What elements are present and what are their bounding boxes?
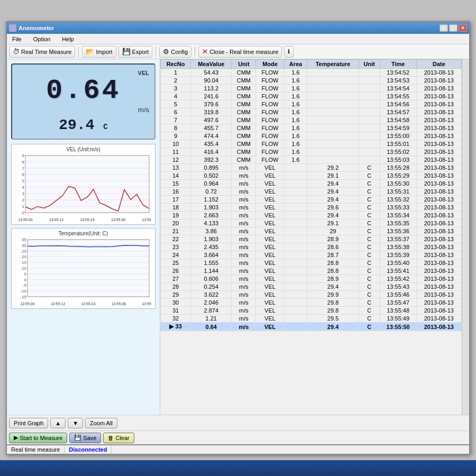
table-row[interactable]: 280.254m/sVEL29.4C13:55:432013-08-13 [161,283,462,291]
table-row[interactable]: 7497.6CMMFLOW1.613:54:582013-08-13 [161,116,462,124]
table-row[interactable]: 5379.6CMMFLOW1.613:54:562013-08-13 [161,100,462,108]
export-icon: 💾 [122,48,131,56]
taskbar [0,460,476,476]
import-label: Import [96,49,112,55]
temp-chart-container: Temperature(Unit: C) [11,228,155,309]
scroll-down-button[interactable]: ▼ [68,418,83,428]
table-row[interactable]: 243.664m/sVEL28.7C13:55:392013-08-13 [161,251,462,259]
table-row[interactable]: 221.903m/sVEL28.9C13:55:372013-08-13 [161,235,462,243]
bottom-controls: ▶ Start to Measure 💾 Save 🗑 Clear [7,431,469,444]
export-label: Export [132,49,149,55]
title-bar-buttons: − □ ✕ [440,24,467,32]
temp-unit: C [103,123,107,131]
minimize-button[interactable]: − [440,24,448,32]
scroll-up-button[interactable]: ▲ [50,418,66,428]
close-rt-icon: ✕ [202,48,208,56]
temp-value: 29.4 [59,117,94,133]
table-row[interactable]: 321.21m/sVEL29.5C13:55:492013-08-13 [161,315,462,323]
table-row[interactable]: 290.04CMMFLOW1.613:54:532013-08-13 [161,77,462,85]
window-title: Anemometer [19,25,54,31]
save-icon: 💾 [74,434,81,441]
status-tab-label: Real time measure [11,446,60,453]
table-row[interactable]: 270.606m/sVEL28.9C13:55:422013-08-13 [161,275,462,283]
status-connection: Disconnected [65,445,112,454]
table-row[interactable]: 160.72m/sVEL29.4C13:55:312013-08-13 [161,188,462,196]
import-button[interactable]: 📂 Import [82,46,116,58]
table-row[interactable]: 293.622m/sVEL29.9C13:55:462013-08-13 [161,291,462,299]
import-icon: 📂 [86,48,94,56]
table-row[interactable]: 213.86m/sVEL29C13:55:362013-08-13 [161,227,462,235]
table-row[interactable]: 171.152m/sVEL29.4C13:55:322013-08-13 [161,196,462,204]
left-panel: VEL 0.64 m/s 29.4 C VEL (Unit:m/s) Tempe… [7,59,160,415]
clear-button[interactable]: 🗑 Clear [103,433,134,443]
clear-label: Clear [115,435,129,441]
connection-status: Disconnected [69,446,107,453]
temp-chart-title: Temperature(Unit: C) [14,231,153,236]
start-label: Start to Measure [20,435,62,441]
table-row[interactable]: 8455.7CMMFLOW1.613:54:592013-08-13 [161,124,462,132]
vel-value: 0.64 [17,77,149,105]
toolbar: ⏱ Real Time Measure 📂 Import 💾 Export ⚙ … [7,44,469,59]
clock-icon: ⏱ [13,48,20,56]
config-label: Config [171,49,188,55]
table-row[interactable]: 232.435m/sVEL28.6C13:55:382013-08-13 [161,243,462,251]
col-mode: Mode [256,60,284,69]
close-button[interactable]: ✕ [459,24,467,32]
right-panel: RecNo MeaValue Unit Mode Area Temperatur… [160,59,462,415]
menu-bar: File Option Help [7,34,469,44]
table-row[interactable]: 130.895m/sVEL29.2C13:55:282013-08-13 [161,164,462,172]
col-area: Area [284,60,307,69]
main-window: Anemometer − □ ✕ File Option Help ⏱ Real… [6,21,470,455]
table-row[interactable]: 140.502m/sVEL29.1C13:55:292013-08-13 [161,172,462,180]
close-realtime-button[interactable]: ✕ Close - Real time measure [198,46,282,58]
title-bar-left: Anemometer [9,24,54,32]
info-button[interactable]: ℹ [284,46,294,58]
config-button[interactable]: ⚙ Config [159,46,191,58]
table-row[interactable]: ▶ 330.64m/sVEL29.4C13:55:502013-08-13 [161,323,462,331]
menu-file[interactable]: File [9,35,25,43]
scrollbar[interactable] [462,59,469,415]
table-row[interactable]: 204.133m/sVEL29.1C13:55:352013-08-13 [161,219,462,227]
table-row[interactable]: 302.046m/sVEL29.8C13:55:472013-08-13 [161,299,462,307]
save-label: Save [83,435,96,441]
col-recno: RecNo [161,60,191,69]
main-content: VEL 0.64 m/s 29.4 C VEL (Unit:m/s) Tempe… [7,59,469,415]
zoom-all-button[interactable]: Zoom All [85,418,117,428]
graph-controls: Print Graph ▲ ▼ Zoom All [7,415,469,431]
title-bar: Anemometer − □ ✕ [7,22,469,34]
start-measure-button[interactable]: ▶ Start to Measure [9,433,67,443]
table-row[interactable]: 11416.4CMMFLOW1.613:55:022013-08-13 [161,148,462,156]
table-row[interactable]: 150.964m/sVEL29.4C13:55:302013-08-13 [161,180,462,188]
menu-help[interactable]: Help [59,35,77,43]
table-row[interactable]: 154.43CMMFLOW1.613:54:522013-08-13 [161,69,462,77]
menu-option[interactable]: Option [30,35,53,43]
table-row[interactable]: 10435.4CMMFLOW1.613:55:012013-08-13 [161,140,462,148]
real-time-measure-label: Real Time Measure [21,49,71,55]
maximize-button[interactable]: □ [449,24,457,32]
table-row[interactable]: 181.903m/sVEL29.6C13:55:332013-08-13 [161,204,462,212]
play-icon: ▶ [14,434,18,441]
table-row[interactable]: 9474.4CMMFLOW1.613:55:002013-08-13 [161,132,462,140]
status-tab: Real time measure [7,445,65,454]
table-row[interactable]: 3113.2CMMFLOW1.613:54:542013-08-13 [161,85,462,93]
vel-unit: m/s [17,106,149,114]
real-time-measure-button[interactable]: ⏱ Real Time Measure [9,46,75,58]
save-button[interactable]: 💾 Save [69,433,101,443]
table-row[interactable]: 251.555m/sVEL28.8C13:55:402013-08-13 [161,259,462,267]
print-graph-button[interactable]: Print Graph [9,418,48,428]
table-row[interactable]: 4241.6CMMFLOW1.613:54:552013-08-13 [161,93,462,100]
col-date: Date [416,60,461,69]
vel-chart-title: VEL (Unit:m/s) [14,147,153,152]
table-row[interactable]: 12392.3CMMFLOW1.613:55:032013-08-13 [161,156,462,164]
table-row[interactable]: 6319.8CMMFLOW1.613:54:572013-08-13 [161,108,462,116]
col-meavalue: MeaValue [191,60,232,69]
data-table-wrapper[interactable]: RecNo MeaValue Unit Mode Area Temperatur… [160,59,462,415]
export-button[interactable]: 💾 Export [118,46,153,58]
table-row[interactable]: 192.663m/sVEL29.4C13:55:342013-08-13 [161,212,462,219]
table-row[interactable]: 312.874m/sVEL29.8C13:55:482013-08-13 [161,307,462,315]
app-icon [9,24,16,32]
toolbar-sep-3 [195,47,195,57]
col-unit: Unit [232,60,256,69]
temp-display: 29.4 C [17,117,149,133]
table-row[interactable]: 261.144m/sVEL28.8C13:55:412013-08-13 [161,267,462,275]
